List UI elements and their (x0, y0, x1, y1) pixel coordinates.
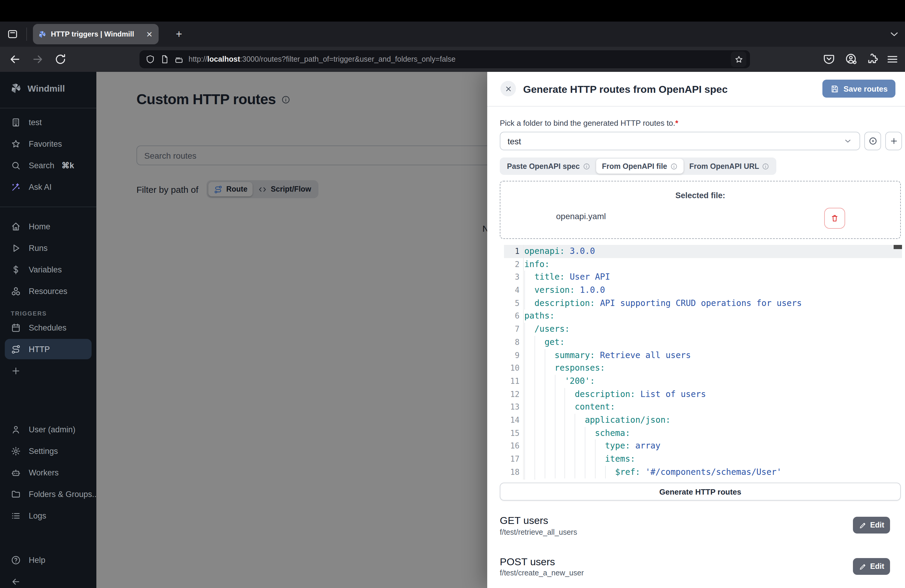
browser-tab[interactable]: HTTP triggers | Windmill ✕ (33, 24, 159, 44)
code-line-15[interactable]: 15schema: (504, 427, 902, 440)
sidebar-item-resources[interactable]: Resources (0, 280, 96, 302)
generate-routes-button[interactable]: Generate HTTP routes (500, 483, 901, 501)
dollar-icon (11, 264, 21, 275)
extensions-puzzle-icon[interactable] (865, 53, 879, 66)
code-line-19[interactable]: 19post: (504, 479, 902, 480)
code-line-10[interactable]: 10responses: (504, 362, 902, 375)
code-line-14[interactable]: 14application/json: (504, 414, 902, 427)
route-icon (11, 344, 21, 354)
browser-toolbar: http://localhost:3000/routes?filter_path… (0, 47, 905, 72)
sidebar-item-http[interactable]: HTTP (5, 339, 92, 359)
shield-icon[interactable] (145, 54, 155, 64)
tab-from-openapi-url[interactable]: From OpenAPI URL (683, 159, 775, 174)
drawer-backdrop[interactable] (96, 72, 487, 588)
openapi-code-editor[interactable]: 1openapi: 3.0.02info:3title: User API4ve… (504, 245, 902, 480)
code-line-16[interactable]: 16type: array (504, 440, 902, 453)
save-icon (830, 84, 840, 93)
close-drawer-button[interactable] (500, 81, 516, 96)
edit-route-button[interactable]: Edit (853, 517, 890, 534)
save-routes-button[interactable]: Save routes (823, 79, 895, 98)
eye-icon (868, 137, 877, 146)
info-icon (762, 162, 769, 170)
trash-icon (830, 214, 839, 223)
sidebar-item-plus[interactable] (0, 360, 96, 381)
sidebar: Windmill testFavoritesSearch⌘kAsk AI Hom… (0, 72, 96, 588)
sidebar-item-variables[interactable]: Variables (0, 259, 96, 280)
arrow-left-icon (11, 576, 21, 586)
sidebar-item-workers[interactable]: Workers (0, 462, 96, 483)
code-line-6[interactable]: 6paths: (504, 310, 902, 323)
bookmark-star-icon[interactable] (731, 51, 746, 67)
search-icon (11, 160, 21, 170)
calendar-icon (11, 323, 21, 333)
sidebar-item-user-admin-[interactable]: User (admin) (0, 418, 96, 440)
edit-route-button[interactable]: Edit (853, 558, 890, 575)
add-folder-button[interactable] (885, 132, 902, 150)
folder-select[interactable]: test (500, 132, 860, 150)
plus-icon (889, 137, 898, 146)
sidebar-divider (0, 207, 96, 207)
sidebar-item-search[interactable]: Search⌘k (0, 154, 96, 176)
tab-overview-icon[interactable] (6, 28, 19, 40)
selected-file-label: Selected file: (500, 191, 900, 200)
code-line-13[interactable]: 13content: (504, 401, 902, 414)
sidebar-item-favorites[interactable]: Favorites (0, 133, 96, 154)
folder-icon (11, 489, 21, 499)
menu-hamburger-icon[interactable] (886, 53, 899, 66)
tab-title: HTTP triggers | Windmill (51, 30, 145, 38)
code-line-5[interactable]: 5description: API supporting CRUD operat… (504, 297, 902, 310)
code-line-12[interactable]: 12description: List of users (504, 388, 902, 400)
wand-icon (11, 182, 21, 192)
sidebar-item-test[interactable]: test (0, 111, 96, 133)
view-folder-button[interactable] (864, 132, 881, 150)
code-line-17[interactable]: 17items: (504, 453, 902, 466)
account-icon[interactable] (845, 53, 858, 66)
sidebar-item-help[interactable]: Help (0, 549, 96, 571)
forward-button[interactable] (31, 53, 44, 66)
sidebar-item-schedules[interactable]: Schedules (0, 317, 96, 338)
code-line-7[interactable]: 7/users: (504, 323, 902, 335)
tab-list-chevron-icon[interactable] (888, 28, 900, 40)
folder-field-label: Pick a folder to bind the generated HTTP… (500, 119, 678, 127)
tab-from-openapi-file[interactable]: From OpenAPI file (596, 159, 683, 174)
sidebar-item-runs[interactable]: Runs (0, 237, 96, 259)
sidebar-item-arrow-left[interactable] (0, 571, 96, 588)
plus-icon (11, 366, 21, 376)
code-line-1[interactable]: 1openapi: 3.0.0 (504, 245, 902, 258)
code-line-18[interactable]: 18$ref: '#/components/schemas/User' (504, 466, 902, 478)
code-line-9[interactable]: 9summary: Retrieve all users (504, 349, 902, 362)
help-icon (11, 555, 21, 565)
container-icon[interactable] (174, 54, 184, 64)
pocket-icon[interactable] (822, 53, 835, 66)
new-tab-button[interactable]: + (171, 26, 187, 42)
url-text[interactable]: http://localhost:3000/routes?filter_path… (189, 55, 731, 64)
sidebar-item-home[interactable]: Home (0, 216, 96, 237)
editor-scrollbar-thumb[interactable] (894, 245, 902, 249)
selected-file-name: openapi.yaml (556, 211, 606, 221)
remove-file-button[interactable] (824, 208, 845, 229)
generate-routes-drawer: Generate HTTP routes from OpenAPI spec S… (487, 72, 905, 588)
tab-close-icon[interactable]: ✕ (145, 30, 154, 39)
sidebar-item-ask-ai[interactable]: Ask AI (0, 176, 96, 198)
code-line-3[interactable]: 3title: User API (504, 271, 902, 284)
triggers-section-label: TRIGGERS (11, 310, 47, 317)
home-icon (11, 221, 21, 231)
code-line-2[interactable]: 2info: (504, 258, 902, 271)
drawer-header-divider (487, 106, 905, 106)
code-line-4[interactable]: 4version: 1.0.0 (504, 284, 902, 297)
refresh-button[interactable] (54, 53, 67, 66)
route-path: f/test/create_a_new_user (500, 569, 584, 577)
code-line-11[interactable]: 11'200': (504, 375, 902, 388)
back-button[interactable] (8, 53, 22, 66)
page-info-icon[interactable] (160, 54, 169, 64)
windmill-logo[interactable]: Windmill (10, 82, 65, 95)
windmill-pinwheel-icon (10, 82, 22, 95)
sidebar-item-logs[interactable]: Logs (0, 505, 96, 526)
spec-source-tabs: Paste OpenAPI specFrom OpenAPI fileFrom … (500, 157, 776, 175)
sidebar-item-settings[interactable]: Settings (0, 440, 96, 462)
sidebar-item-folders-groups-[interactable]: Folders & Groups... (0, 483, 96, 505)
pencil-icon (859, 521, 866, 529)
url-bar[interactable]: http://localhost:3000/routes?filter_path… (140, 50, 750, 68)
code-line-8[interactable]: 8get: (504, 336, 902, 349)
tab-paste-openapi-spec[interactable]: Paste OpenAPI spec (501, 159, 596, 174)
